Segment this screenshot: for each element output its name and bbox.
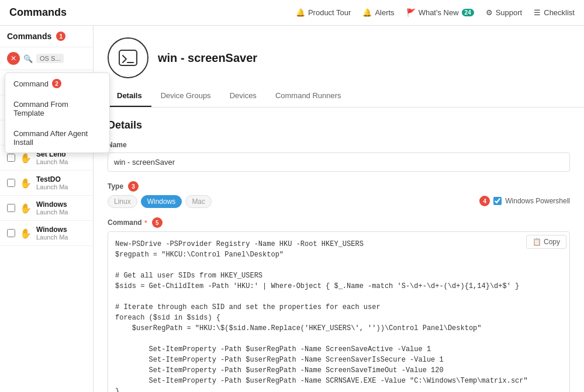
dropdown-item-after-agent[interactable]: Command After Agent Install (5, 123, 109, 152)
tab-devices[interactable]: Devices (220, 85, 266, 107)
list-item-checkbox[interactable] (7, 204, 15, 212)
command-field-group: Command * 5 📋 Copy New-PSDrive -PSProvid… (108, 217, 570, 392)
list-item-checkbox[interactable] (7, 179, 15, 187)
name-field-group: Name (108, 141, 570, 172)
command-textarea[interactable]: New-PSDrive -PSProvider Registry -Name H… (108, 231, 570, 392)
os-filter-pill[interactable]: OS S... (36, 54, 64, 63)
item-icon: ✋ (20, 228, 32, 239)
tab-device-groups[interactable]: Device Groups (151, 85, 220, 107)
command-title: win - screenSaver (158, 51, 257, 65)
item-icon: ✋ (20, 152, 32, 164)
type-label: Type (108, 182, 123, 190)
list-item-name: TestDO (36, 175, 86, 183)
dropdown-item-from-template[interactable]: Command From Template (5, 94, 109, 123)
type-pill-windows[interactable]: Windows (141, 195, 182, 208)
list-item-info: TestDO Launch Ma (36, 175, 86, 190)
list-item-sub: Launch Ma (36, 158, 86, 165)
tab-details[interactable]: Details (108, 85, 151, 107)
whats-new-nav[interactable]: 🚩 What's New 24 (406, 8, 474, 17)
dropdown-item-command[interactable]: Command 2 (5, 73, 109, 94)
list-item-sub: Launch Ma (36, 183, 86, 190)
list-item-name: Windows (36, 200, 86, 209)
list-item-info: Windows Launch Ma (36, 226, 86, 241)
support-nav[interactable]: ⚙ Support (486, 8, 523, 17)
command-icon-title: win - screenSaver (108, 37, 570, 78)
type-section: Type 3 Linux Windows Mac (108, 181, 468, 208)
list-item[interactable]: ✋ TestDO Launch Ma (0, 171, 93, 196)
name-label: Name (108, 141, 570, 149)
dropdown-menu: Command 2 Command From Template Command … (5, 72, 110, 153)
sidebar-badge: 1 (56, 32, 65, 41)
step5-badge: 5 (152, 217, 163, 228)
type-row: Type 3 Linux Windows Mac 4 Windows Power… (108, 181, 570, 208)
dropdown-badge: 2 (52, 79, 61, 88)
list-item-sub: Launch Ma (36, 234, 86, 241)
sidebar: Commands 1 ✕ 🔍 OS S... Command 2 Command… (0, 26, 94, 392)
type-pill-linux[interactable]: Linux (108, 195, 137, 208)
type-pill-mac[interactable]: Mac (185, 195, 212, 208)
tabs: Details Device Groups Devices Command Ru… (108, 85, 570, 107)
app-title: Commands (9, 6, 67, 19)
search-icon[interactable]: 🔍 (23, 54, 33, 63)
flag-icon: 🚩 (406, 8, 416, 17)
checklist-icon: ☰ (534, 8, 541, 17)
list-item-checkbox[interactable] (7, 229, 15, 237)
checklist-nav[interactable]: ☰ Checklist (534, 8, 575, 17)
product-tour-nav[interactable]: 🔔 Product Tour (296, 8, 351, 17)
step4-badge: 4 (479, 196, 490, 206)
sidebar-title: Commands (7, 32, 51, 41)
item-icon: ✋ (20, 203, 32, 214)
command-icon-circle (108, 37, 148, 78)
alerts-nav[interactable]: 🔔 Alerts (362, 8, 394, 17)
whats-new-badge: 24 (462, 9, 474, 16)
sidebar-header: Commands 1 (0, 26, 93, 47)
bell-icon: 🔔 (296, 8, 305, 17)
svg-rect-0 (119, 50, 137, 65)
support-icon: ⚙ (486, 8, 493, 17)
copy-button[interactable]: 📋 Copy (526, 235, 566, 249)
main-content: win - screenSaver Details Device Groups … (94, 26, 584, 392)
name-input[interactable] (108, 152, 570, 172)
sidebar-toolbar: ✕ 🔍 OS S... (0, 47, 93, 70)
main-layout: Commands 1 ✕ 🔍 OS S... Command 2 Command… (0, 26, 584, 392)
powershell-checkbox-section: 4 Windows Powershell (477, 183, 570, 206)
list-item-checkbox[interactable] (7, 154, 15, 162)
powershell-checkbox[interactable] (493, 197, 502, 205)
command-label: Command (108, 218, 142, 227)
list-item[interactable]: ✋ Windows Launch Ma (0, 196, 93, 221)
required-indicator: * (144, 218, 147, 227)
command-label-row: Command * 5 (108, 217, 570, 228)
top-nav: Commands 🔔 Product Tour 🔔 Alerts 🚩 What'… (0, 0, 584, 26)
command-header: win - screenSaver Details Device Groups … (94, 26, 584, 107)
item-icon: ✋ (20, 178, 32, 189)
list-item-name: Windows (36, 226, 86, 234)
step3-badge: 3 (128, 181, 139, 192)
powershell-label: Windows Powershell (505, 197, 570, 205)
list-item[interactable]: ✋ Windows Launch Ma (0, 221, 93, 246)
alert-icon: 🔔 (362, 8, 372, 17)
details-panel: Details Name Type 3 Linux Windows Mac (94, 107, 584, 392)
list-item-sub: Launch Ma (36, 209, 86, 216)
type-pills: Linux Windows Mac (108, 195, 468, 208)
list-item-info: Windows Launch Ma (36, 200, 86, 216)
tab-command-runners[interactable]: Command Runners (266, 85, 351, 107)
details-section-title: Details (108, 119, 570, 131)
nav-actions: 🔔 Product Tour 🔔 Alerts 🚩 What's New 24 … (296, 8, 575, 17)
close-button[interactable]: ✕ (7, 52, 20, 65)
copy-icon: 📋 (533, 238, 541, 246)
command-textarea-wrapper: 📋 Copy New-PSDrive -PSProvider Registry … (108, 231, 570, 392)
